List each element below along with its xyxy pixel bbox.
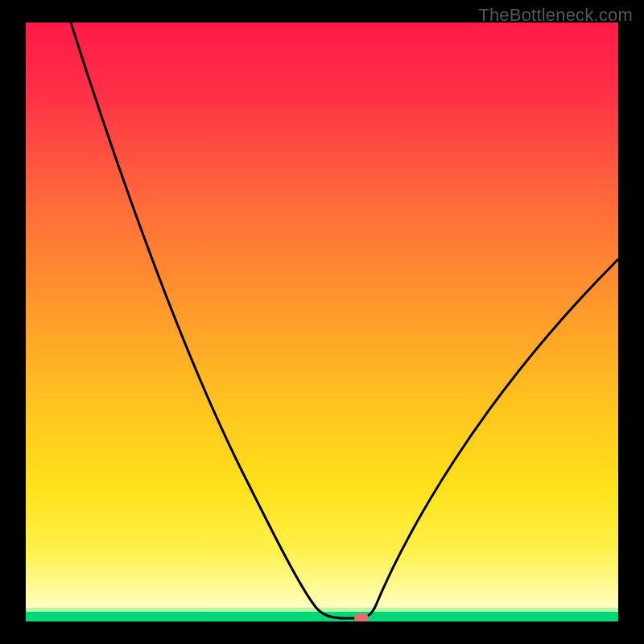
green-transition: [26, 608, 618, 612]
plot-svg: [26, 23, 618, 621]
figure-root: TheBottleneck.com: [0, 0, 644, 644]
plot-area: [26, 23, 618, 621]
watermark-text: TheBottleneck.com: [478, 5, 633, 26]
optimal-point-marker: [354, 613, 369, 621]
gradient-background: [26, 23, 618, 621]
